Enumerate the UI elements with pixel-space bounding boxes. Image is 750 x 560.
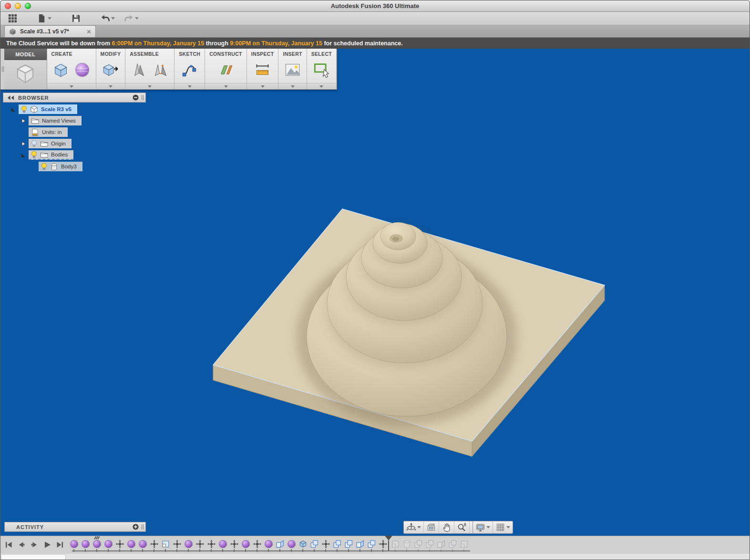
tree-item-chip[interactable]: Units: in — [29, 127, 68, 137]
form-feature-icon[interactable] — [103, 539, 114, 549]
timeline-scrollbar[interactable] — [0, 554, 750, 560]
move-feature-icon[interactable] — [228, 539, 240, 549]
caret-down-icon[interactable] — [486, 526, 490, 529]
app-grid-button[interactable] — [5, 12, 20, 24]
ribbon-group-dropdown[interactable] — [307, 83, 336, 89]
insert-image-button[interactable] — [284, 61, 301, 79]
form-feature-icon[interactable] — [125, 539, 137, 549]
form-sphere-button[interactable] — [73, 61, 91, 79]
zoom-window-button[interactable] — [25, 3, 31, 9]
tree-row-body3[interactable]: Body3 — [3, 162, 155, 171]
workspace-switcher[interactable]: MODEL — [4, 49, 47, 89]
duplicate-feature-icon[interactable] — [331, 539, 343, 549]
tree-item-chip[interactable]: Body3 — [39, 162, 82, 171]
collapse-panel-icon[interactable] — [7, 95, 14, 100]
ribbon-group-dropdown[interactable] — [96, 83, 125, 89]
duplicate-feature-icon-suppressed[interactable] — [412, 539, 424, 549]
ribbon-group-dropdown[interactable] — [247, 83, 278, 89]
construct-plane-button[interactable] — [217, 61, 235, 79]
duplicate-feature-icon[interactable] — [366, 539, 377, 549]
move-feature-icon[interactable] — [194, 539, 205, 549]
tree-item-chip[interactable]: Bodies — [29, 150, 73, 160]
spline-button[interactable] — [181, 61, 198, 79]
form-feature-icon[interactable] — [91, 539, 103, 549]
play-button[interactable] — [42, 539, 52, 550]
save-button[interactable] — [69, 12, 83, 24]
form-feature-icon[interactable] — [217, 539, 228, 549]
box-button[interactable] — [52, 61, 70, 79]
move-feature-icon[interactable] — [171, 539, 183, 549]
expander-expanded-icon[interactable] — [10, 107, 16, 112]
tree-row-units-in[interactable]: Units: in — [3, 127, 155, 137]
grid-settings-button[interactable] — [493, 521, 513, 533]
expander-expanded-icon[interactable] — [20, 153, 26, 158]
tree-item-chip[interactable]: Scale R3 v5 — [19, 104, 77, 114]
bulb-on-icon[interactable] — [31, 151, 37, 159]
expander-collapsed-icon[interactable] — [20, 118, 26, 124]
ribbon-group-dropdown[interactable] — [278, 83, 306, 89]
joint-button[interactable] — [152, 61, 169, 79]
redo-button[interactable] — [122, 12, 142, 24]
browser-panel-header[interactable]: BROWSER — [3, 93, 146, 103]
pan-button[interactable] — [439, 521, 454, 533]
tree-row-named-views[interactable]: Named Views — [3, 116, 155, 125]
toolbar-grip-icon[interactable] — [1, 66, 4, 74]
tab-close-icon[interactable] — [86, 29, 92, 34]
bulb-on-icon[interactable] — [41, 163, 47, 171]
tree-row-bodies[interactable]: Bodies — [3, 150, 155, 160]
ribbon-group-dropdown[interactable] — [125, 83, 174, 89]
cylinder-feature-icon-suppressed[interactable] — [401, 539, 412, 549]
close-window-button[interactable] — [5, 3, 11, 9]
scale-feature-icon[interactable] — [160, 539, 171, 549]
combine-feature-icon-suppressed[interactable] — [435, 539, 447, 549]
move-feature-icon[interactable] — [148, 539, 160, 549]
skip-end-button[interactable] — [55, 539, 65, 550]
ribbon-group-dropdown[interactable] — [175, 83, 205, 89]
measure-button[interactable] — [254, 61, 271, 79]
duplicate-feature-icon[interactable] — [343, 539, 354, 549]
panel-grip-icon[interactable] — [141, 524, 145, 530]
caret-down-icon[interactable] — [135, 17, 139, 20]
caret-down-icon[interactable] — [48, 17, 51, 20]
ribbon-group-dropdown[interactable] — [205, 83, 247, 89]
duplicate-feature-icon-suppressed[interactable] — [447, 539, 458, 549]
display-settings-button[interactable] — [473, 521, 493, 533]
form-feature-icon[interactable] — [80, 539, 91, 549]
ribbon-group-dropdown[interactable] — [47, 83, 96, 89]
form-feature-icon[interactable] — [183, 539, 194, 549]
tree-row-scale-r3-v5[interactable]: Scale R3 v5 — [3, 104, 155, 114]
orbit-button[interactable] — [404, 521, 424, 533]
tree-item-chip[interactable]: Named Views — [29, 116, 82, 125]
move-feature-icon[interactable] — [320, 539, 331, 549]
undo-button[interactable] — [98, 12, 118, 24]
form-feature-icon[interactable] — [137, 539, 148, 549]
timeline-playhead[interactable] — [385, 536, 392, 550]
move-feature-icon[interactable] — [114, 539, 125, 549]
panel-grip-icon[interactable] — [141, 94, 145, 101]
bulb-on-icon[interactable] — [21, 105, 27, 114]
3d-viewport[interactable]: MODEL CREATEMODIFYASSEMBLESKETCHCONSTRUC… — [0, 49, 750, 560]
bulb-off-icon[interactable] — [31, 140, 37, 148]
expander-collapsed-icon[interactable] — [20, 141, 26, 146]
form-feature-icon[interactable] — [286, 539, 297, 549]
workspace-tile[interactable] — [4, 60, 47, 89]
zoom-button[interactable] — [454, 521, 470, 533]
press-pull-button[interactable] — [102, 61, 119, 79]
document-tab[interactable]: Scale #3...1 v5 v7* — [4, 25, 96, 37]
caret-down-icon[interactable] — [417, 526, 421, 529]
step-forward-button[interactable] — [29, 539, 40, 550]
form-feature-icon[interactable] — [240, 539, 251, 549]
caret-down-icon[interactable] — [111, 17, 115, 20]
select-button[interactable] — [313, 61, 330, 79]
plus-circle-icon[interactable] — [133, 524, 141, 530]
skip-start-button[interactable] — [3, 539, 14, 550]
step-back-button[interactable] — [16, 539, 27, 550]
combine-feature-icon[interactable] — [354, 539, 366, 549]
activity-panel-header[interactable]: ACTIVITY — [4, 522, 146, 532]
duplicate-feature-icon-suppressed[interactable] — [424, 539, 435, 549]
model-body3[interactable] — [213, 209, 605, 456]
caret-down-icon[interactable] — [506, 526, 510, 529]
form-feature-icon[interactable] — [263, 539, 274, 549]
minus-circle-icon[interactable] — [133, 94, 141, 101]
move-feature-icon[interactable] — [205, 539, 217, 549]
